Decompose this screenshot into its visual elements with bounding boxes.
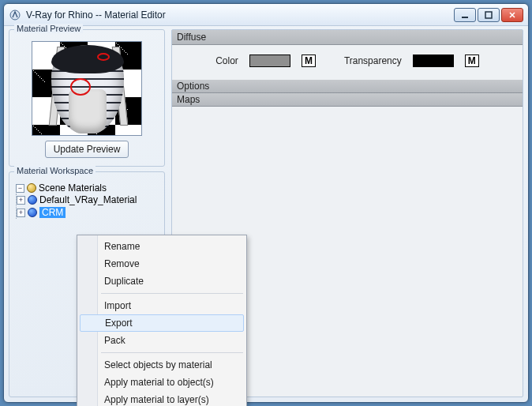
diffuse-body: Color M Transparency M bbox=[172, 45, 523, 78]
window-title: V-Ray for Rhino -- Material Editor bbox=[26, 9, 454, 21]
menu-apply-layers[interactable]: Apply material to layer(s) bbox=[79, 391, 245, 406]
color-map-toggle[interactable]: M bbox=[302, 55, 316, 67]
menu-separator bbox=[101, 352, 243, 353]
material-icon bbox=[28, 208, 37, 217]
tree-root-label: Scene Materials bbox=[39, 182, 107, 194]
svg-rect-1 bbox=[462, 17, 468, 18]
collapse-icon[interactable]: − bbox=[16, 184, 24, 193]
context-menu[interactable]: Rename Remove Duplicate Import Export Pa… bbox=[77, 235, 247, 406]
color-swatch[interactable] bbox=[249, 55, 290, 67]
menu-export[interactable]: Export bbox=[80, 314, 244, 332]
update-preview-button[interactable]: Update Preview bbox=[45, 141, 129, 158]
maximize-button[interactable] bbox=[478, 8, 500, 22]
tree-item-label: Default_VRay_Material bbox=[39, 194, 137, 205]
expand-icon[interactable]: + bbox=[17, 209, 25, 217]
menu-separator bbox=[101, 293, 243, 294]
scene-materials-icon bbox=[27, 183, 36, 193]
preview-image bbox=[32, 41, 142, 136]
expand-icon[interactable]: + bbox=[17, 196, 25, 205]
menu-rename[interactable]: Rename bbox=[79, 238, 245, 255]
options-header[interactable]: Options bbox=[172, 80, 523, 93]
close-button[interactable] bbox=[501, 8, 523, 22]
menu-apply-objects[interactable]: Apply material to object(s) bbox=[79, 374, 245, 391]
color-label: Color bbox=[215, 55, 238, 66]
transparency-map-toggle[interactable]: M bbox=[465, 55, 479, 67]
tree-item-default[interactable]: + Default_VRay_Material bbox=[17, 194, 158, 205]
material-preview-group: Material Preview Update Preview bbox=[9, 29, 165, 167]
preview-legend: Material Preview bbox=[14, 24, 83, 33]
tree-item-crm[interactable]: + CRM bbox=[17, 207, 158, 218]
minimize-button[interactable] bbox=[454, 8, 476, 22]
menu-duplicate[interactable]: Duplicate bbox=[79, 273, 245, 290]
menu-remove[interactable]: Remove bbox=[79, 255, 245, 273]
menu-import[interactable]: Import bbox=[79, 297, 245, 314]
transparency-swatch[interactable] bbox=[413, 55, 454, 67]
material-editor-window: V-Ray for Rhino -- Material Editor Mater… bbox=[3, 3, 529, 403]
diffuse-header[interactable]: Diffuse bbox=[172, 30, 523, 45]
menu-pack[interactable]: Pack bbox=[79, 332, 245, 349]
material-icon bbox=[28, 195, 37, 205]
maps-header[interactable]: Maps bbox=[172, 93, 523, 107]
app-icon bbox=[9, 9, 21, 21]
svg-rect-2 bbox=[485, 12, 492, 18]
menu-select-objects[interactable]: Select objects by material bbox=[79, 356, 245, 374]
transparency-label: Transparency bbox=[344, 55, 402, 66]
workspace-legend: Material Workspace bbox=[14, 166, 96, 175]
titlebar[interactable]: V-Ray for Rhino -- Material Editor bbox=[4, 4, 528, 26]
tree-root[interactable]: − Scene Materials bbox=[16, 182, 158, 194]
tree-item-label-selected: CRM bbox=[39, 207, 66, 218]
